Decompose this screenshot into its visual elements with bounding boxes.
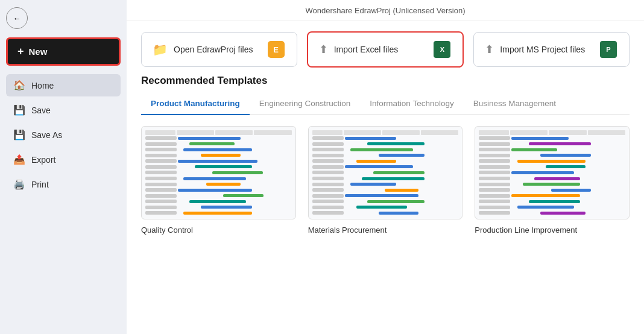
print-icon: 🖨️ (13, 178, 25, 190)
edrawproj-badge: E (268, 41, 285, 58)
nav-save-label: Save (31, 106, 51, 115)
nav-save-as-label: Save As (31, 130, 62, 140)
app-title: Wondershare EdrawProj (Unlicensed Versio… (306, 6, 466, 15)
import-ms-icon: ⬆ (485, 43, 494, 56)
ms-badge: P (600, 41, 617, 58)
title-bar: Wondershare EdrawProj (Unlicensed Versio… (127, 0, 644, 20)
plus-icon: + (17, 45, 24, 58)
tab-product-manufacturing[interactable]: Product Manufacturing (141, 94, 250, 115)
ms-badge-wrap: P (599, 40, 618, 59)
excel-badge-wrap: X (432, 40, 452, 59)
sidebar-item-save-as[interactable]: 💾 Save As (6, 124, 121, 146)
back-button[interactable]: ← (6, 7, 28, 29)
open-edrawproj-label: Open EdrawProj files (174, 45, 253, 54)
nav-print-label: Print (31, 180, 49, 189)
home-icon: 🏠 (13, 80, 25, 91)
main-content: Wondershare EdrawProj (Unlicensed Versio… (127, 0, 644, 334)
templates-section: Recommended Templates Product Manufactur… (127, 75, 644, 334)
template-thumb-production-line (475, 126, 630, 219)
file-actions-row: 📁 Open EdrawProj files E ⬆ Import Excel … (127, 20, 644, 75)
tab-information-technology[interactable]: Information Technology (360, 94, 463, 115)
import-excel-label: Import Excel files (334, 45, 399, 54)
template-thumb-materials-procurement (308, 126, 463, 219)
edrawproj-badge-wrap: E (267, 40, 286, 59)
new-button[interactable]: + New (6, 37, 121, 66)
template-name-production-line: Production Line Improvement (475, 225, 630, 235)
tab-business-management[interactable]: Business Management (464, 94, 566, 115)
nav-export-label: Export (31, 155, 55, 165)
sidebar-item-export[interactable]: 📤 Export (6, 148, 121, 171)
new-button-label: New (29, 46, 48, 57)
template-name-quality-control: Quality Control (141, 225, 296, 235)
sidebar-item-home[interactable]: 🏠 Home (6, 74, 121, 96)
template-card-production-line[interactable]: Production Line Improvement (475, 126, 630, 235)
import-ms-button[interactable]: ⬆ Import MS Project files P (473, 32, 630, 67)
sidebar-item-save[interactable]: 💾 Save (6, 99, 121, 121)
open-edrawproj-button[interactable]: 📁 Open EdrawProj files E (141, 32, 297, 67)
save-icon: 💾 (13, 104, 25, 116)
folder-icon: 📁 (153, 42, 168, 57)
template-grid: Quality Control (141, 126, 630, 235)
save-as-icon: 💾 (13, 129, 25, 140)
sidebar-item-print[interactable]: 🖨️ Print (6, 173, 121, 195)
excel-badge: X (434, 41, 450, 58)
sidebar: ← + New 🏠 Home 💾 Save 💾 Save As 📤 Export… (0, 0, 127, 334)
back-icon: ← (13, 14, 21, 23)
import-ms-label: Import MS Project files (500, 45, 585, 54)
template-card-quality-control[interactable]: Quality Control (141, 126, 296, 235)
export-icon: 📤 (13, 154, 25, 165)
template-card-materials-procurement[interactable]: Materials Procurement (308, 126, 463, 235)
templates-section-title: Recommended Templates (141, 75, 630, 87)
nav-home-label: Home (31, 81, 54, 90)
template-thumb-quality-control (141, 126, 296, 219)
import-excel-button[interactable]: ⬆ Import Excel files X (307, 31, 464, 68)
tab-engineering-construction[interactable]: Engineering Construction (250, 94, 361, 115)
template-tabs: Product Manufacturing Engineering Constr… (141, 94, 630, 115)
import-excel-icon: ⬆ (319, 43, 328, 56)
template-name-materials-procurement: Materials Procurement (308, 225, 463, 235)
